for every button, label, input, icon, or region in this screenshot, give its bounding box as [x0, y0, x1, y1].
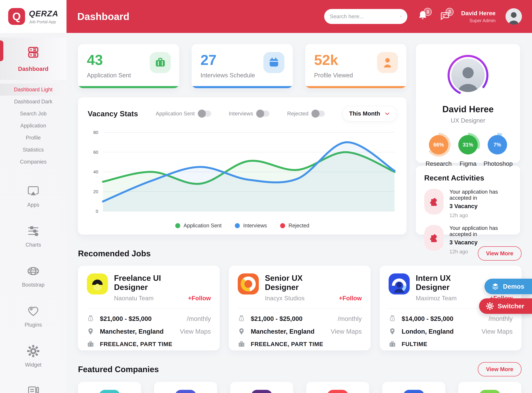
job-cards: Freelance UI Designer Naonatu Team +Foll…: [78, 266, 522, 350]
skill-research: 66% Research: [425, 133, 452, 167]
avatar-placeholder-icon: [506, 10, 521, 25]
sidebar-item-statistics[interactable]: Statistics: [0, 144, 66, 156]
switch-knob: [198, 110, 206, 118]
company-card[interactable]: [382, 382, 445, 393]
sidebar-item-application[interactable]: Application: [0, 120, 66, 132]
chart-toggles: Application Sent Interviews Rejected: [138, 111, 342, 117]
stat-underline: [78, 86, 179, 88]
toggle-interviews[interactable]: Interviews: [229, 111, 270, 117]
user-info[interactable]: David Heree Super Admin: [461, 10, 496, 23]
follow-button[interactable]: +Follow: [188, 295, 211, 302]
switcher-button[interactable]: Switcher: [479, 298, 532, 314]
profile-role: UX Designer: [424, 117, 512, 124]
briefcase-icon: [87, 340, 94, 348]
period-dropdown[interactable]: This Month: [342, 106, 397, 121]
activity-item[interactable]: Your application has accepted in 3 Vacan…: [424, 189, 512, 218]
calendar-icon: [263, 52, 284, 73]
profile-name: David Heree: [424, 104, 512, 114]
avatar[interactable]: [506, 8, 522, 25]
notification-badge: 3: [424, 8, 432, 16]
location-pin-icon: [389, 327, 396, 335]
toggle-application-sent[interactable]: Application Sent: [156, 111, 211, 117]
app-logo[interactable]: Q QERZA Job Portal App: [0, 0, 66, 33]
company-logo: [251, 390, 272, 393]
switch-knob: [256, 110, 264, 118]
chevron-down-icon: [384, 111, 390, 117]
sidebar-item-dashboard-light[interactable]: Dashboard Light: [0, 84, 66, 96]
jobs-section-title: Recomended Jobs: [78, 249, 151, 258]
money-bag-icon: $: [238, 315, 245, 323]
activities-title: Recent Activities: [424, 173, 512, 182]
company-logo: [99, 390, 120, 393]
gear-icon: [27, 344, 40, 358]
stat-cards: 43 Application Sent 27 Interviews Schedu…: [78, 44, 407, 88]
company-logo: [238, 273, 259, 295]
forms-icon: [27, 384, 40, 393]
skill-photoshop: 7% Photoshop: [483, 133, 511, 167]
puzzle-icon: [424, 225, 444, 251]
stat-card-interviews: 27 Interviews Schedule: [192, 44, 293, 88]
briefcase-icon: [150, 52, 171, 73]
sidebar-item-charts[interactable]: Charts: [0, 225, 66, 248]
puzzle-icon: [424, 189, 444, 215]
search-icon[interactable]: [400, 13, 402, 20]
view-maps-link[interactable]: View Maps: [331, 328, 362, 335]
sidebar-item-companies[interactable]: Companies: [0, 156, 66, 168]
sidebar-item-label: Dashboard: [0, 66, 66, 72]
company-card[interactable]: [230, 382, 293, 393]
apps-icon: [27, 184, 40, 198]
switch-track[interactable]: [198, 111, 211, 117]
charts-icon: [27, 225, 40, 238]
company-logo: [87, 273, 108, 295]
view-maps-link[interactable]: View Maps: [180, 328, 211, 335]
sidebar-item-forms[interactable]: Forms: [0, 384, 66, 393]
user-name: David Heree: [461, 10, 496, 17]
sidebar-item-plugins[interactable]: Plugins: [0, 305, 66, 328]
sidebar-item-search-job[interactable]: Search Job: [0, 108, 66, 120]
jobs-view-more-button[interactable]: View More: [478, 246, 522, 260]
notifications-button[interactable]: 3: [417, 10, 429, 23]
brand-name: QERZA: [29, 9, 59, 18]
featured-section-title: Featured Companies: [78, 365, 159, 374]
job-card-freelance-ui-designer[interactable]: Freelance UI Designer Naonatu Team +Foll…: [78, 266, 220, 350]
svg-text:60: 60: [93, 150, 98, 155]
switch-track[interactable]: [312, 111, 325, 117]
company-logo: [479, 390, 500, 393]
company-card[interactable]: [154, 382, 217, 393]
sidebar-item-widget[interactable]: Widget: [0, 344, 66, 368]
sidebar-item-dashboard-dark[interactable]: Dashboard Dark: [0, 96, 66, 108]
stat-underline: [305, 86, 406, 88]
job-card-senior-ux-designer[interactable]: Senior UX Designer Inacyx Studios +Follo…: [229, 266, 371, 350]
featured-view-more-button[interactable]: View More: [478, 362, 522, 376]
company-logo: [403, 390, 424, 393]
sidebar-item-profile[interactable]: Profile: [0, 132, 66, 144]
company-logo: [175, 390, 196, 393]
avatar-placeholder-icon: [453, 62, 483, 92]
svg-text:$: $: [241, 318, 242, 320]
demos-button[interactable]: Demos: [484, 279, 532, 294]
view-maps-link[interactable]: View Maps: [482, 328, 513, 335]
profile-photo: [451, 59, 485, 92]
search-input[interactable]: [330, 13, 400, 20]
company-card[interactable]: [306, 382, 369, 393]
svg-text:$: $: [90, 318, 91, 320]
toggle-rejected[interactable]: Rejected: [287, 111, 325, 117]
follow-button[interactable]: +Follow: [339, 295, 362, 302]
brand-tagline: Job Portal App: [29, 20, 59, 24]
legend-dot: [235, 223, 240, 228]
svg-text:0: 0: [96, 209, 98, 214]
chart-legend: Application Sent Interviews Rejected: [88, 223, 397, 229]
sidebar-item-apps[interactable]: Apps: [0, 184, 66, 208]
active-indicator: [0, 40, 3, 61]
messages-button[interactable]: 3: [439, 10, 451, 23]
sidebar-item-dashboard[interactable]: Dashboard: [0, 38, 66, 80]
briefcase-icon: [389, 340, 396, 348]
company-card[interactable]: [458, 382, 521, 393]
legend-dot: [280, 223, 285, 228]
company-card[interactable]: [78, 382, 141, 393]
main-content: 43 Application Sent 27 Interviews Schedu…: [66, 33, 532, 393]
sidebar-item-bootstrap[interactable]: Bootstrap: [0, 265, 66, 288]
layers-icon: [491, 282, 499, 291]
user-role: Super Admin: [461, 18, 496, 23]
switch-track[interactable]: [257, 111, 270, 117]
